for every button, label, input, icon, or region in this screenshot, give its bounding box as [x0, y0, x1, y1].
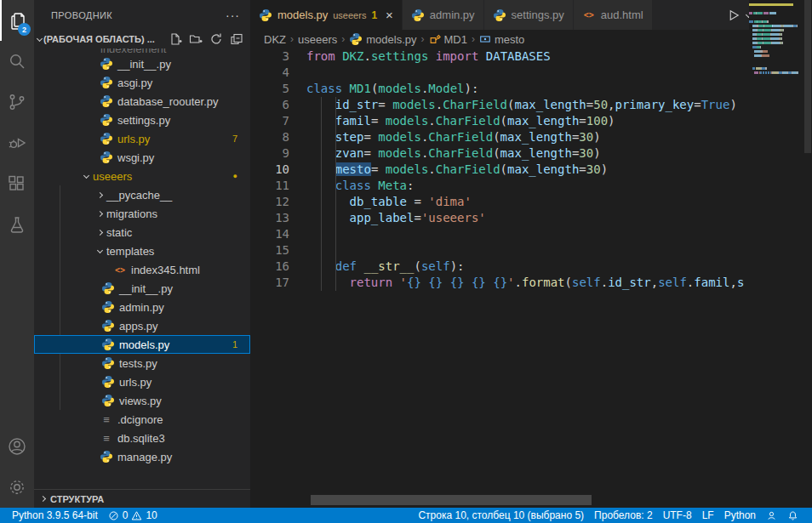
- tree-item-manage.py[interactable]: manage.py: [34, 447, 250, 466]
- python-interpreter-status[interactable]: Python 3.9.5 64-bit: [7, 509, 103, 521]
- breadcrumb-separator: ›: [472, 33, 475, 45]
- breadcrumb: DKZ›useeers›models.py›MD1›mesto: [250, 30, 812, 48]
- tree-item-migrations[interactable]: migrations: [34, 204, 250, 223]
- cursor-position-status[interactable]: Строка 10, столбец 10 (выбрано 5): [413, 509, 589, 521]
- python-icon: [101, 338, 115, 351]
- tree-item-asgi.py[interactable]: asgi.py: [34, 73, 250, 92]
- tree-item-static[interactable]: static: [34, 223, 250, 242]
- code-line-11[interactable]: 11 class Meta:: [250, 178, 812, 194]
- workspace-section-header[interactable]: (РАБОЧАЯ ОБЛАСТЬ) ...: [34, 30, 250, 48]
- python-icon: [100, 76, 113, 89]
- test-beaker-icon[interactable]: [0, 204, 34, 245]
- eol-status[interactable]: LF: [697, 509, 719, 521]
- tree-item-index345.html[interactable]: <>index345.html: [34, 260, 250, 279]
- tree-item-.dcignore[interactable]: ≡.dcignore: [34, 410, 250, 429]
- tree-item-database_roouter.py[interactable]: database_roouter.py: [34, 92, 250, 111]
- tree-item-__pycache__[interactable]: __pycache__: [34, 185, 250, 204]
- code-line-4[interactable]: 4: [250, 65, 812, 81]
- tree-item-apps.py[interactable]: apps.py: [34, 316, 250, 335]
- line-number: 13: [250, 210, 289, 226]
- tab-bar: models.pyuseeers1×admin.pysettings.py<>a…: [250, 0, 812, 30]
- code-line-13[interactable]: 13 app_label='useeers': [250, 210, 812, 226]
- tree-item-label: .dcignore: [117, 413, 163, 426]
- code-line-7[interactable]: 7 famil= models.CharField(max_length=100…: [250, 113, 812, 129]
- settings-gear-icon[interactable]: [0, 467, 34, 508]
- python-icon: [259, 9, 272, 22]
- code-line-6[interactable]: 6 id_str= models.CharField(max_length=50…: [250, 97, 812, 113]
- code-editor[interactable]: 3from DKZ.settings import DATABASES45cla…: [250, 48, 812, 508]
- breadcrumb-item-mesto[interactable]: mesto: [479, 33, 524, 46]
- tree-item-templates[interactable]: templates: [34, 242, 250, 260]
- breadcrumb-label: models.py: [366, 33, 416, 46]
- tab-models.py[interactable]: models.pyuseeers1×: [250, 0, 402, 30]
- tab-settings.py[interactable]: settings.py: [484, 0, 573, 30]
- feedback-icon[interactable]: [761, 510, 782, 521]
- editor-group: models.pyuseeers1×admin.pysettings.py<>a…: [250, 0, 812, 508]
- tree-item-models.py[interactable]: models.py1: [34, 335, 250, 354]
- tab-aud.html[interactable]: <>aud.html: [574, 0, 652, 30]
- tree-item-settings.py[interactable]: settings.py: [34, 111, 250, 129]
- breadcrumb-separator: ›: [421, 33, 425, 45]
- code-line-16[interactable]: 16 def __str__(self):: [250, 259, 812, 275]
- breadcrumb-item-models.py[interactable]: models.py: [349, 32, 416, 46]
- minimap[interactable]: [749, 0, 803, 508]
- breadcrumb-item-useeers[interactable]: useeers: [298, 33, 337, 46]
- breadcrumb-item-MD1[interactable]: MD1: [429, 33, 467, 46]
- new-file-icon[interactable]: [169, 32, 182, 46]
- line-number: 11: [250, 178, 289, 194]
- new-folder-icon[interactable]: [189, 32, 203, 46]
- tree-item-wsgi.py[interactable]: wsgi.py: [34, 148, 250, 167]
- code-line-8[interactable]: 8 step= models.CharField(max_length=30): [250, 129, 812, 145]
- account-icon[interactable]: [0, 426, 34, 467]
- tree-item-label: templates: [106, 245, 154, 258]
- horizontal-scrollbar-thumb[interactable]: [311, 495, 592, 505]
- language-mode-status[interactable]: Python: [719, 509, 761, 521]
- tree-item-__init__.py[interactable]: __init__.py: [34, 279, 250, 298]
- extensions-icon[interactable]: [0, 163, 34, 204]
- python-icon: [101, 356, 115, 370]
- file-icon: ≡: [100, 431, 113, 445]
- code-line-12[interactable]: 12 db_table = 'dima': [250, 194, 812, 210]
- close-icon[interactable]: ×: [386, 9, 393, 21]
- chevron-down-icon: [97, 247, 103, 253]
- problems-status[interactable]: 0 10: [103, 509, 163, 521]
- explorer-icon[interactable]: 2: [0, 0, 34, 41]
- tree-item-__init__.py[interactable]: __init__.py: [34, 54, 250, 73]
- tree-item-db.sqlite3[interactable]: ≡db.sqlite3: [34, 429, 250, 447]
- refresh-icon[interactable]: [209, 32, 223, 46]
- breadcrumb-label: useeers: [298, 33, 337, 46]
- run-file-icon[interactable]: [726, 8, 741, 23]
- tree-item-admin.py[interactable]: admin.py: [34, 298, 250, 316]
- code-line-15[interactable]: 15: [250, 242, 812, 259]
- outline-section-header[interactable]: СТРУКТУРА: [34, 489, 250, 508]
- tree-item-urls.py[interactable]: urls.py7: [34, 129, 250, 148]
- indentation-status[interactable]: Пробелов: 2: [589, 509, 658, 521]
- search-icon[interactable]: [0, 41, 34, 82]
- code-line-10[interactable]: 10 mesto= models.CharField(max_length=30…: [250, 162, 812, 178]
- tree-item-tests.py[interactable]: tests.py: [34, 354, 250, 372]
- vertical-scrollbar[interactable]: [803, 0, 812, 508]
- tree-item-label: admin.py: [119, 301, 164, 314]
- python-icon: [100, 450, 113, 463]
- code-line-9[interactable]: 9 zvan= models.CharField(max_length=30): [250, 145, 812, 162]
- code-line-5[interactable]: 5class MD1(models.Model):: [250, 81, 812, 97]
- collapse-all-icon[interactable]: [230, 32, 243, 46]
- tree-item-urls.py[interactable]: urls.py: [34, 372, 250, 391]
- sidebar-explorer: ПРОВОДНИК ··· indexelement (РАБОЧАЯ ОБЛА…: [34, 0, 250, 508]
- notifications-bell-icon[interactable]: [782, 510, 803, 521]
- explorer-more-icon[interactable]: ···: [226, 9, 240, 22]
- breadcrumb-item-DKZ[interactable]: DKZ: [264, 33, 286, 46]
- tab-admin.py[interactable]: admin.py: [403, 0, 483, 30]
- tree-item-useeers[interactable]: useeers●: [34, 167, 250, 185]
- tab-label: aud.html: [601, 9, 643, 21]
- vertical-scrollbar-thumb[interactable]: [804, 0, 811, 153]
- tree-item-label: __init__.py: [117, 58, 171, 71]
- run-debug-icon[interactable]: [0, 122, 34, 163]
- code-line-14[interactable]: 14: [250, 226, 812, 242]
- code-line-17[interactable]: 17 return '{} {} {} {} {}'.format(self.i…: [250, 275, 812, 291]
- encoding-status[interactable]: UTF-8: [658, 509, 697, 521]
- code-line-3[interactable]: 3from DKZ.settings import DATABASES: [250, 48, 812, 65]
- tree-item-views.py[interactable]: views.py: [34, 391, 250, 410]
- breadcrumb-separator: ›: [341, 33, 345, 45]
- source-control-icon[interactable]: [0, 82, 34, 122]
